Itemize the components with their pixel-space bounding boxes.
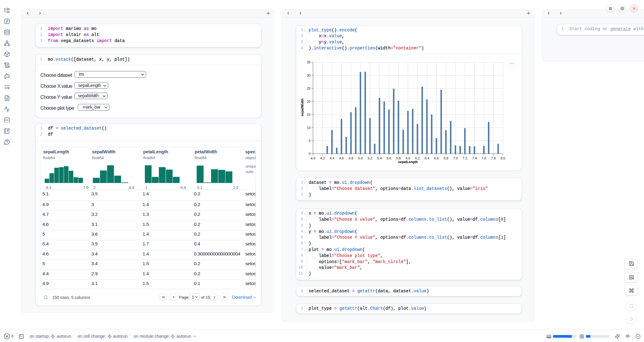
svg-text:10: 10 — [307, 126, 310, 129]
svg-text:7.6: 7.6 — [481, 156, 486, 160]
svg-text:4.4: 4.4 — [330, 156, 334, 160]
svg-text:5.0: 5.0 — [358, 156, 363, 160]
svg-text:5.2: 5.2 — [368, 156, 372, 160]
svg-text:sepalWidth: sepalWidth — [300, 98, 304, 116]
svg-text:5: 5 — [309, 139, 310, 142]
svg-text:0: 0 — [309, 152, 310, 155]
svg-text:7.4: 7.4 — [472, 156, 477, 160]
svg-text:4.2: 4.2 — [320, 156, 325, 160]
svg-text:6.0: 6.0 — [406, 156, 410, 160]
svg-text:5.4: 5.4 — [377, 156, 382, 160]
svg-text:6.4: 6.4 — [424, 156, 429, 160]
svg-text:6.6: 6.6 — [434, 156, 439, 160]
svg-text:20: 20 — [307, 100, 310, 103]
svg-text:5.6: 5.6 — [387, 156, 391, 160]
svg-text:4.6: 4.6 — [339, 156, 344, 160]
svg-text:7.2: 7.2 — [463, 156, 467, 160]
svg-text:6.2: 6.2 — [415, 156, 420, 160]
svg-text:30: 30 — [307, 73, 310, 77]
svg-text:5.8: 5.8 — [396, 156, 401, 160]
svg-text:25: 25 — [307, 87, 310, 90]
svg-text:7.8: 7.8 — [491, 156, 496, 160]
svg-text:8.0: 8.0 — [501, 156, 505, 160]
svg-text:6.8: 6.8 — [444, 156, 448, 160]
svg-text:4.8: 4.8 — [349, 156, 353, 160]
svg-text:15: 15 — [307, 113, 310, 116]
svg-text:35: 35 — [307, 60, 310, 64]
svg-text:sepalLength: sepalLength — [398, 160, 418, 164]
svg-text:7.0: 7.0 — [453, 156, 458, 160]
svg-text:4.0: 4.0 — [311, 156, 315, 160]
